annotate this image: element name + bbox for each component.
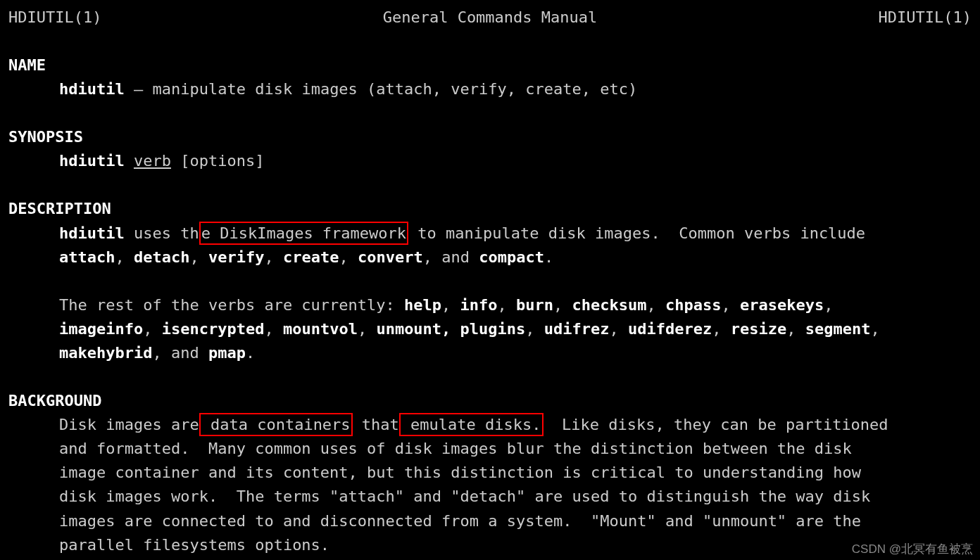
synopsis-verb: verb <box>134 152 171 170</box>
bg-line4: disk images work. The terms "attach" and… <box>8 485 972 509</box>
highlight-data-containers: data containers <box>199 413 353 436</box>
synopsis-options: [options] <box>171 152 264 170</box>
bg-line6: parallel filesystems options. <box>8 533 972 557</box>
bg-line1: Disk images are data containers that emu… <box>8 413 972 437</box>
section-description-title: DESCRIPTION <box>8 197 972 221</box>
desc-rest-line1: The rest of the verbs are currently: hel… <box>8 293 972 317</box>
watermark: CSDN @北冥有鱼被烹 <box>852 540 973 559</box>
desc-cmd: hdiutil <box>59 224 125 242</box>
highlight-emulate-disks: emulate disks. <box>399 413 544 436</box>
name-desc: manipulate disk images (attach, verify, … <box>152 80 637 98</box>
header-right: HDIUTIL(1) <box>879 6 972 30</box>
header-left: HDIUTIL(1) <box>8 6 101 30</box>
header-center: General Commands Manual <box>383 6 598 30</box>
synopsis-cmd: hdiutil <box>59 152 125 170</box>
name-dash: – <box>125 80 153 98</box>
synopsis-line: hdiutil verb [options] <box>8 149 972 173</box>
name-cmd: hdiutil <box>59 80 125 98</box>
desc-line1: hdiutil uses the DiskImages framework to… <box>8 222 972 246</box>
bg-line3: image container and its content, but thi… <box>8 461 972 485</box>
highlight-diskimages-framework: e DiskImages framework <box>199 222 408 245</box>
name-line: hdiutil – manipulate disk images (attach… <box>8 77 972 101</box>
bg-line2: and formatted. Many common uses of disk … <box>8 437 972 461</box>
bg-line5: images are connected to and disconnected… <box>8 509 972 533</box>
desc-verbs-line1: attach, detach, verify, create, convert,… <box>8 246 972 269</box>
section-background-title: BACKGROUND <box>8 389 972 413</box>
manpage-header: HDIUTIL(1) General Commands Manual HDIUT… <box>8 6 972 30</box>
section-synopsis-title: SYNOPSIS <box>8 125 972 149</box>
section-name-title: NAME <box>8 53 972 77</box>
desc-rest-line3: makehybrid, and pmap. <box>8 341 972 365</box>
desc-rest-line2: imageinfo, isencrypted, mountvol, unmoun… <box>8 317 972 341</box>
